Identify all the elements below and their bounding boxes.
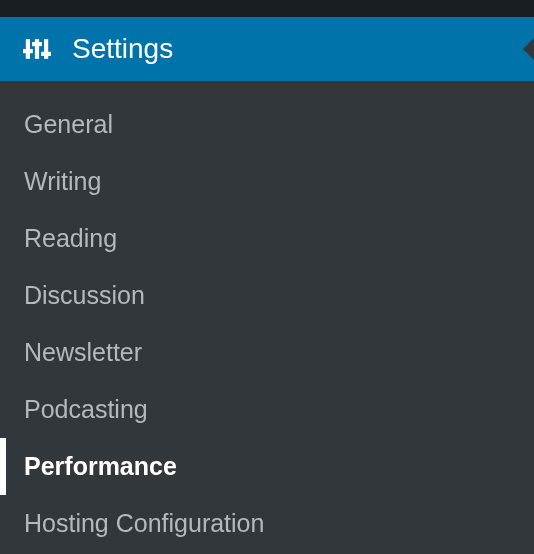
active-menu-arrow	[523, 37, 534, 61]
submenu-item-label: Writing	[24, 167, 101, 195]
submenu-item-podcasting[interactable]: Podcasting	[0, 381, 534, 438]
settings-submenu: General Writing Reading Discussion Newsl…	[0, 81, 534, 554]
submenu-item-label: Reading	[24, 224, 117, 252]
submenu-item-reading[interactable]: Reading	[0, 210, 534, 267]
menu-header-label: Settings	[72, 33, 173, 65]
submenu-item-hosting-configuration[interactable]: Hosting Configuration	[0, 495, 534, 552]
svg-rect-5	[41, 52, 51, 56]
submenu-item-newsletter[interactable]: Newsletter	[0, 324, 534, 381]
submenu-item-writing[interactable]: Writing	[0, 153, 534, 210]
submenu-item-label: Hosting Configuration	[24, 509, 264, 537]
submenu-item-label: Performance	[24, 452, 177, 480]
svg-rect-3	[32, 42, 42, 46]
submenu-item-label: Discussion	[24, 281, 145, 309]
menu-header-settings[interactable]: Settings	[0, 17, 534, 81]
submenu-item-label: General	[24, 110, 113, 138]
sliders-icon	[22, 34, 52, 64]
top-bar	[0, 0, 534, 17]
svg-rect-1	[23, 49, 33, 53]
submenu-item-label: Newsletter	[24, 338, 142, 366]
submenu-item-general[interactable]: General	[0, 96, 534, 153]
submenu-item-discussion[interactable]: Discussion	[0, 267, 534, 324]
submenu-item-label: Podcasting	[24, 395, 148, 423]
submenu-item-performance[interactable]: Performance	[0, 438, 534, 495]
